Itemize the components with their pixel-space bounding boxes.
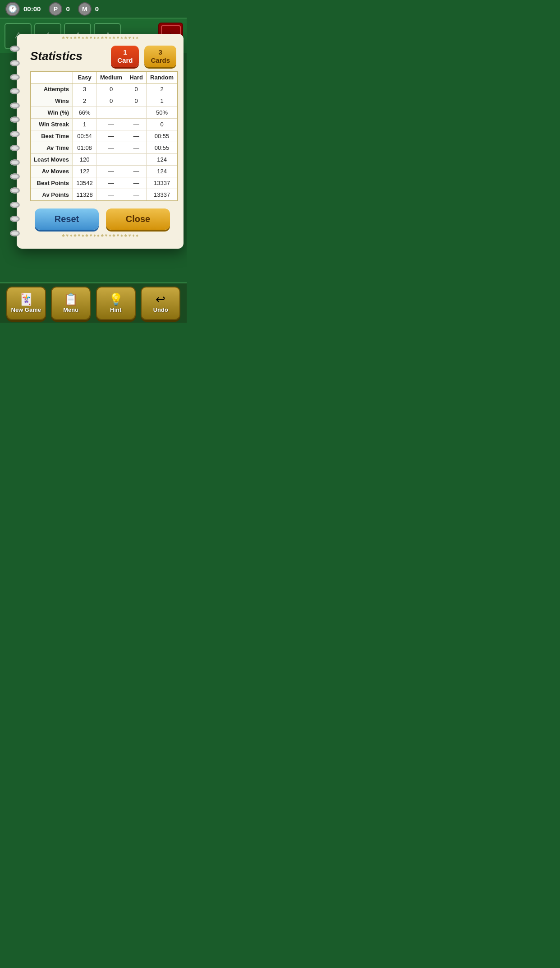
new-game-label: New Game	[11, 306, 41, 313]
menu-icon: 📋	[64, 293, 78, 305]
cell-random: 2	[147, 83, 178, 95]
row-label: Best Points	[31, 177, 73, 189]
table-row: Attempts3002	[31, 83, 178, 95]
row-label: Av Moves	[31, 165, 73, 177]
modal-overlay: ♣ ♥ ♦ ♣ ♥ ♠ ♣ ♥ ♦ ♠ ♣ ♥ ♦ ♣ ♥ ♠ ♣ ♥ ♦ ♠ …	[0, 0, 187, 282]
table-row: Least Moves120——124	[31, 153, 178, 165]
tab2-line1: 3	[159, 48, 162, 56]
col-hard: Hard	[126, 71, 146, 83]
hint-icon: 💡	[109, 293, 123, 305]
hint-label: Hint	[110, 306, 121, 313]
table-row: Wins2001	[31, 95, 178, 107]
cell-easy: 66%	[73, 107, 96, 118]
cell-hard: —	[126, 130, 146, 142]
cell-medium: 0	[96, 83, 126, 95]
new-game-icon: 🃏	[19, 293, 33, 305]
cell-easy: 2	[73, 95, 96, 107]
undo-icon: ↩	[156, 293, 165, 305]
modal-buttons: Reset Close	[17, 203, 184, 232]
cell-easy: 11328	[73, 189, 96, 201]
menu-label: Menu	[63, 306, 78, 313]
col-easy: Easy	[73, 71, 96, 83]
table-row: Win Streak1——0	[31, 118, 178, 130]
cell-hard: —	[126, 189, 146, 201]
border-bottom: ♣ ♥ ♦ ♣ ♥ ♠ ♣ ♥ ♦ ♠ ♣ ♥ ♦ ♣ ♥ ♠ ♣ ♥ ♦ ♠	[17, 232, 184, 240]
reset-button[interactable]: Reset	[35, 208, 99, 230]
tab1-line2: Card	[117, 56, 133, 64]
cell-random: 124	[147, 165, 178, 177]
row-label: Wins	[31, 95, 73, 107]
modal-title: Statistics	[30, 49, 106, 63]
table-row: Best Time00:54——00:55	[31, 130, 178, 142]
hint-button[interactable]: 💡 Hint	[96, 287, 136, 320]
table-row: Win (%)66%——50%	[31, 107, 178, 118]
cell-hard: 0	[126, 95, 146, 107]
close-button[interactable]: Close	[106, 208, 170, 230]
tab1-line1: 1	[123, 48, 127, 56]
cell-random: 124	[147, 153, 178, 165]
cell-hard: —	[126, 165, 146, 177]
undo-label: Undo	[153, 306, 168, 313]
stats-table-wrap: Easy Medium Hard Random Attempts3002Wins…	[17, 69, 184, 203]
row-label: Av Points	[31, 189, 73, 201]
cell-hard: —	[126, 177, 146, 189]
cell-random: 0	[147, 118, 178, 130]
cell-hard: —	[126, 153, 146, 165]
border-top: ♣ ♥ ♦ ♣ ♥ ♠ ♣ ♥ ♦ ♠ ♣ ♥ ♦ ♣ ♥ ♠ ♣ ♥ ♦ ♠	[17, 34, 184, 42]
table-row: Av Moves122——124	[31, 165, 178, 177]
table-row: Av Points11328——13337	[31, 189, 178, 201]
cell-random: 00:55	[147, 130, 178, 142]
row-label: Attempts	[31, 83, 73, 95]
cell-medium: —	[96, 153, 126, 165]
tab-3-cards[interactable]: 3 Cards	[144, 46, 176, 67]
row-label: Least Moves	[31, 153, 73, 165]
cell-hard: —	[126, 142, 146, 153]
menu-button[interactable]: 📋 Menu	[51, 287, 91, 320]
spiral-binding	[9, 43, 21, 240]
table-row: Best Points13542——13337	[31, 177, 178, 189]
cell-medium: —	[96, 118, 126, 130]
col-random: Random	[147, 71, 178, 83]
cell-random: 1	[147, 95, 178, 107]
cell-easy: 01:08	[73, 142, 96, 153]
cell-easy: 13542	[73, 177, 96, 189]
stats-table: Easy Medium Hard Random Attempts3002Wins…	[30, 71, 178, 201]
cell-random: 13337	[147, 177, 178, 189]
cell-medium: —	[96, 142, 126, 153]
modal-header: Statistics 1 Card 3 Cards	[17, 42, 184, 69]
bottom-nav: 🃏 New Game 📋 Menu 💡 Hint ↩ Undo	[0, 282, 187, 323]
cell-easy: 3	[73, 83, 96, 95]
cell-easy: 1	[73, 118, 96, 130]
cell-medium: —	[96, 107, 126, 118]
tab-1-card[interactable]: 1 Card	[111, 46, 139, 67]
cell-medium: —	[96, 165, 126, 177]
cell-medium: —	[96, 130, 126, 142]
row-label: Best Time	[31, 130, 73, 142]
tab2-line2: Cards	[151, 56, 170, 64]
cell-easy: 120	[73, 153, 96, 165]
cell-random: 00:55	[147, 142, 178, 153]
cell-medium: —	[96, 177, 126, 189]
cell-random: 50%	[147, 107, 178, 118]
table-row: Av Time01:08——00:55	[31, 142, 178, 153]
col-medium: Medium	[96, 71, 126, 83]
statistics-modal: ♣ ♥ ♦ ♣ ♥ ♠ ♣ ♥ ♦ ♠ ♣ ♥ ♦ ♣ ♥ ♠ ♣ ♥ ♦ ♠ …	[17, 34, 184, 249]
new-game-button[interactable]: 🃏 New Game	[6, 287, 46, 320]
cell-hard: —	[126, 118, 146, 130]
cell-medium: —	[96, 189, 126, 201]
cell-random: 13337	[147, 189, 178, 201]
row-label: Av Time	[31, 142, 73, 153]
cell-medium: 0	[96, 95, 126, 107]
row-label: Win (%)	[31, 107, 73, 118]
suit-border-top: ♣ ♥ ♦ ♣ ♥ ♠ ♣ ♥ ♦ ♠ ♣ ♥ ♦ ♣ ♥ ♠ ♣ ♥ ♦ ♠	[62, 35, 138, 40]
row-label: Win Streak	[31, 118, 73, 130]
cell-easy: 122	[73, 165, 96, 177]
undo-button[interactable]: ↩ Undo	[141, 287, 180, 320]
cell-hard: 0	[126, 83, 146, 95]
cell-easy: 00:54	[73, 130, 96, 142]
cell-hard: —	[126, 107, 146, 118]
suit-border-bottom: ♣ ♥ ♦ ♣ ♥ ♠ ♣ ♥ ♦ ♠ ♣ ♥ ♦ ♣ ♥ ♠ ♣ ♥ ♦ ♠	[62, 233, 138, 238]
